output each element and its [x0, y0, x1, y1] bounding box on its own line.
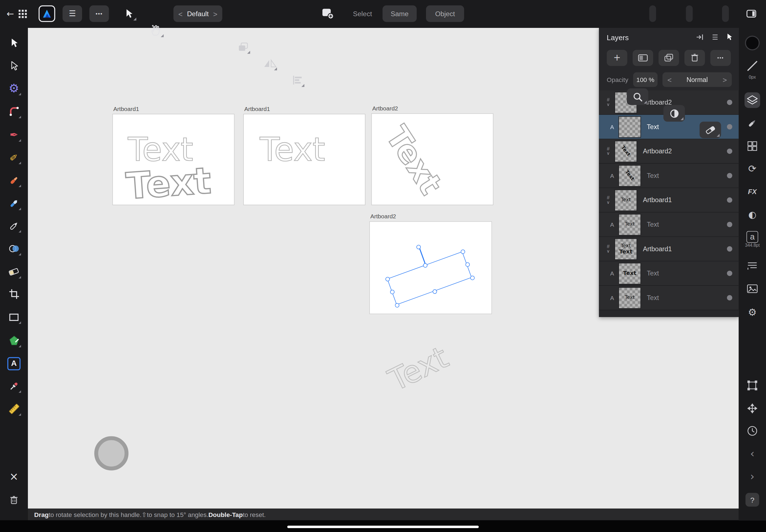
view-mode-flyout[interactable]	[686, 5, 693, 22]
rotation-joystick[interactable]	[94, 436, 129, 471]
point-transform-tool[interactable]: ⚙	[5, 80, 22, 97]
collapse-right-icon[interactable]: ›	[745, 469, 760, 485]
crop-tool[interactable]	[5, 286, 22, 303]
layer-visibility-dot[interactable]	[727, 295, 732, 300]
rectangle-tool[interactable]	[5, 309, 22, 325]
home-indicator[interactable]	[287, 526, 479, 528]
layer-visibility-dot[interactable]	[727, 246, 732, 252]
transform-studio-icon[interactable]: ⟳	[745, 161, 760, 176]
studio-rail: 0px ⟳ FX ◐ a 344.8pt ⚙	[739, 28, 766, 520]
main-menu-button[interactable]: ☰	[62, 5, 82, 22]
brushes-studio-icon[interactable]	[745, 115, 760, 131]
paint-brush-tool[interactable]	[5, 195, 22, 212]
move-mode-icon[interactable]	[745, 401, 760, 416]
duplicate-layer-button[interactable]	[659, 50, 679, 66]
layer-row-artboard1[interactable]: #∨ Text Artboard1	[599, 188, 739, 213]
text-tool[interactable]: A	[5, 355, 22, 372]
layers-panel-header: Layers ☰	[599, 28, 739, 47]
character-studio-icon[interactable]: a	[745, 229, 760, 245]
help-button[interactable]: ?	[745, 492, 760, 507]
node-tool[interactable]	[5, 58, 22, 74]
layer-visibility-dot[interactable]	[727, 173, 732, 178]
pencil-tool[interactable]: ✏	[5, 149, 22, 166]
layer-visibility-dot[interactable]	[727, 124, 732, 129]
swatches-studio-icon[interactable]	[745, 138, 760, 154]
artboard-expand-toggle[interactable]: #∨	[602, 146, 615, 156]
shape-builder-tool[interactable]	[5, 332, 22, 349]
insert-object-button[interactable]	[318, 5, 337, 22]
artboard-expand-toggle[interactable]: #∨	[602, 97, 615, 108]
layer-more-button[interactable]: •••	[710, 50, 731, 66]
media-studio-icon[interactable]	[745, 281, 760, 296]
text-object[interactable]: Text	[385, 342, 453, 396]
select-object-button[interactable]: Object	[426, 5, 464, 22]
layer-visibility-dot[interactable]	[727, 222, 732, 227]
adjustments-studio-icon[interactable]: ◐	[745, 207, 760, 222]
pen-tool[interactable]: ✒	[5, 127, 22, 143]
toggle-panels-button[interactable]	[743, 5, 760, 22]
align-button[interactable]	[289, 72, 306, 89]
color-swatch[interactable]	[745, 35, 760, 51]
erase-tool[interactable]	[5, 263, 22, 280]
affinity-designer-app-icon[interactable]	[38, 5, 55, 22]
history-icon[interactable]	[745, 423, 760, 439]
layers-studio-icon[interactable]	[745, 92, 760, 108]
hand-gesture-button[interactable]	[146, 22, 165, 39]
add-layer-button[interactable]: +	[607, 50, 627, 66]
layer-visibility-dot[interactable]	[727, 271, 732, 276]
artboard-expand-toggle[interactable]: #∨	[602, 244, 615, 254]
layer-visibility-dot[interactable]	[727, 149, 732, 154]
zoom-tool-flyout[interactable]	[649, 5, 656, 22]
blend-next-icon[interactable]: >	[723, 76, 727, 84]
layer-row-text[interactable]: A Text Text	[599, 212, 739, 237]
text-object[interactable]: Text	[260, 134, 325, 166]
preset-switcher[interactable]: < Default >	[173, 5, 222, 22]
duplicate-button[interactable]	[235, 38, 252, 55]
assistant-flyout[interactable]	[722, 5, 729, 22]
color-picker-tool[interactable]	[5, 378, 22, 394]
edit-selection-cursor-button[interactable]	[120, 5, 138, 22]
paragraph-studio-icon[interactable]	[745, 258, 760, 274]
layer-visibility-dot[interactable]	[727, 197, 732, 203]
gallery-grid-icon[interactable]	[17, 5, 28, 22]
assistant-button[interactable]	[700, 122, 721, 138]
vector-brush-tool[interactable]	[5, 172, 22, 189]
blend-prev-icon[interactable]: <	[667, 76, 671, 84]
effects-studio-icon[interactable]: FX	[745, 184, 760, 199]
flip-horizontal-button[interactable]	[262, 55, 279, 72]
settings-studio-icon[interactable]: ⚙	[745, 304, 760, 320]
panel-list-options-icon[interactable]: ☰	[712, 34, 718, 41]
layer-row-text[interactable]: A Text Text	[599, 261, 739, 286]
delete-button[interactable]	[5, 492, 22, 508]
transparency-tool[interactable]	[5, 240, 22, 257]
layer-row-artboard1[interactable]: #∨ Text Text Artboard1	[599, 237, 739, 262]
zoom-tool-button[interactable]	[627, 88, 648, 105]
view-mode-button[interactable]	[663, 105, 685, 122]
layer-row-text[interactable]: A Text Text	[599, 286, 739, 310]
layer-row-artboard2[interactable]: #∨ Text Artboard2	[599, 139, 739, 164]
move-tool[interactable]	[5, 35, 22, 51]
measure-tool[interactable]	[5, 401, 22, 417]
text-object[interactable]: Text	[125, 162, 212, 204]
panel-select-mode-icon[interactable]	[726, 33, 733, 41]
opacity-value-field[interactable]: 100 %	[633, 72, 658, 87]
layer-visibility-dot[interactable]	[727, 100, 732, 105]
blend-mode-selector[interactable]: < Normal >	[663, 72, 732, 87]
stroke-panel-icon[interactable]	[745, 58, 760, 74]
more-options-button[interactable]: •••	[89, 5, 109, 22]
panel-collapse-icon[interactable]	[696, 34, 704, 41]
transform-bounds-icon[interactable]	[745, 378, 760, 393]
mask-layer-button[interactable]	[633, 50, 653, 66]
preset-next-icon[interactable]: >	[213, 9, 217, 18]
collapse-left-icon[interactable]: ‹	[745, 446, 760, 462]
back-button[interactable]: ←	[5, 5, 16, 22]
corner-tool[interactable]	[5, 103, 22, 120]
blend-mode-value: Normal	[672, 76, 723, 83]
delete-layer-button[interactable]	[685, 50, 705, 66]
close-selection-button[interactable]: ×	[5, 468, 22, 485]
select-same-button[interactable]: Same	[382, 5, 417, 22]
gradient-tool[interactable]	[5, 217, 22, 234]
preset-prev-icon[interactable]: <	[178, 9, 182, 18]
layer-row-text[interactable]: A Text Text	[599, 164, 739, 188]
artboard-expand-toggle[interactable]: #∨	[602, 195, 615, 205]
